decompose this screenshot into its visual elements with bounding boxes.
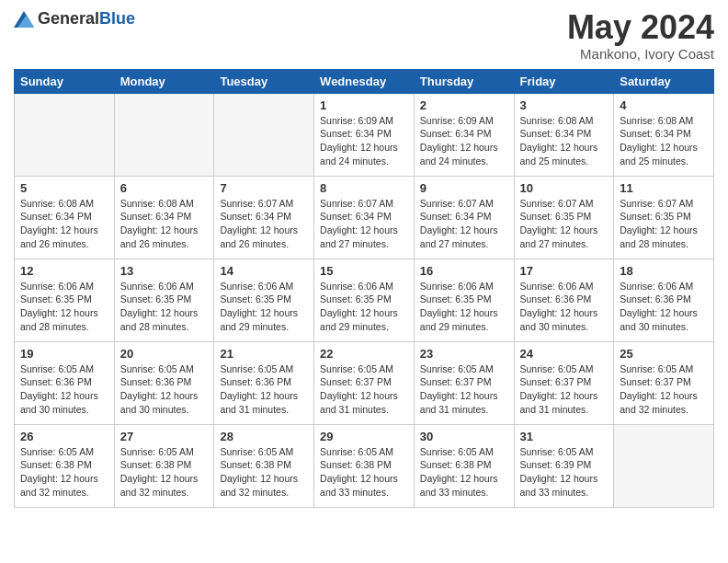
day-number: 19	[20, 347, 108, 361]
day-info: Sunrise: 6:05 AMSunset: 6:36 PMDaylight:…	[220, 363, 298, 415]
calendar-cell: 28 Sunrise: 6:05 AMSunset: 6:38 PMDaylig…	[214, 424, 314, 507]
day-number: 6	[120, 181, 209, 195]
calendar-cell	[114, 93, 214, 176]
day-info: Sunrise: 6:07 AMSunset: 6:34 PMDaylight:…	[320, 198, 398, 249]
col-wednesday: Wednesday	[314, 69, 415, 93]
calendar-cell: 8 Sunrise: 6:07 AMSunset: 6:34 PMDayligh…	[314, 176, 415, 259]
day-number: 5	[20, 181, 108, 195]
day-number: 28	[220, 430, 308, 443]
calendar-cell: 13 Sunrise: 6:06 AMSunset: 6:35 PMDaylig…	[114, 259, 214, 341]
calendar-cell: 15 Sunrise: 6:06 AMSunset: 6:35 PMDaylig…	[314, 259, 415, 341]
calendar-cell	[214, 93, 314, 176]
day-number: 31	[520, 430, 609, 443]
day-info: Sunrise: 6:09 AMSunset: 6:34 PMDaylight:…	[420, 115, 498, 167]
day-info: Sunrise: 6:07 AMSunset: 6:34 PMDaylight:…	[420, 198, 498, 249]
day-number: 16	[420, 264, 508, 278]
day-info: Sunrise: 6:08 AMSunset: 6:34 PMDaylight:…	[520, 115, 598, 167]
day-info: Sunrise: 6:06 AMSunset: 6:35 PMDaylight:…	[120, 281, 199, 332]
logo: GeneralBlue	[14, 9, 135, 29]
day-number: 2	[420, 98, 508, 112]
day-info: Sunrise: 6:07 AMSunset: 6:35 PMDaylight:…	[520, 198, 598, 249]
calendar-cell: 3 Sunrise: 6:08 AMSunset: 6:34 PMDayligh…	[514, 93, 614, 176]
day-info: Sunrise: 6:05 AMSunset: 6:38 PMDaylight:…	[120, 446, 199, 498]
day-number: 22	[320, 347, 408, 361]
day-info: Sunrise: 6:06 AMSunset: 6:36 PMDaylight:…	[520, 281, 598, 332]
day-info: Sunrise: 6:08 AMSunset: 6:34 PMDaylight:…	[620, 115, 698, 167]
calendar-cell: 16 Sunrise: 6:06 AMSunset: 6:35 PMDaylig…	[414, 259, 514, 341]
day-info: Sunrise: 6:05 AMSunset: 6:38 PMDaylight:…	[220, 446, 298, 498]
day-info: Sunrise: 6:08 AMSunset: 6:34 PMDaylight:…	[120, 198, 199, 249]
week-row-3: 19 Sunrise: 6:05 AMSunset: 6:36 PMDaylig…	[15, 341, 714, 424]
day-number: 30	[420, 430, 508, 443]
calendar-cell: 23 Sunrise: 6:05 AMSunset: 6:37 PMDaylig…	[414, 341, 514, 424]
week-row-2: 12 Sunrise: 6:06 AMSunset: 6:35 PMDaylig…	[15, 259, 714, 341]
day-number: 10	[520, 181, 609, 195]
subtitle: Mankono, Ivory Coast	[567, 46, 714, 62]
calendar-cell: 27 Sunrise: 6:05 AMSunset: 6:38 PMDaylig…	[114, 424, 214, 507]
day-info: Sunrise: 6:07 AMSunset: 6:35 PMDaylight:…	[620, 198, 698, 249]
day-number: 21	[220, 347, 308, 361]
calendar-cell: 4 Sunrise: 6:08 AMSunset: 6:34 PMDayligh…	[614, 93, 714, 176]
day-number: 3	[520, 98, 609, 112]
day-number: 4	[620, 98, 708, 112]
day-info: Sunrise: 6:05 AMSunset: 6:38 PMDaylight:…	[320, 446, 398, 498]
page-header: GeneralBlue May 2024 Mankono, Ivory Coas…	[14, 9, 714, 62]
calendar-cell: 11 Sunrise: 6:07 AMSunset: 6:35 PMDaylig…	[614, 176, 714, 259]
header-row: Sunday Monday Tuesday Wednesday Thursday…	[15, 69, 714, 93]
day-number: 23	[420, 347, 508, 361]
day-number: 13	[120, 264, 209, 278]
calendar-cell: 9 Sunrise: 6:07 AMSunset: 6:34 PMDayligh…	[414, 176, 514, 259]
day-info: Sunrise: 6:05 AMSunset: 6:37 PMDaylight:…	[620, 363, 698, 415]
day-info: Sunrise: 6:06 AMSunset: 6:36 PMDaylight:…	[620, 281, 698, 332]
calendar-table: Sunday Monday Tuesday Wednesday Thursday…	[14, 69, 714, 508]
calendar-cell: 25 Sunrise: 6:05 AMSunset: 6:37 PMDaylig…	[614, 341, 714, 424]
calendar-cell: 2 Sunrise: 6:09 AMSunset: 6:34 PMDayligh…	[414, 93, 514, 176]
title-block: May 2024 Mankono, Ivory Coast	[567, 9, 714, 62]
day-number: 25	[620, 347, 708, 361]
day-info: Sunrise: 6:07 AMSunset: 6:34 PMDaylight:…	[220, 198, 298, 249]
day-info: Sunrise: 6:08 AMSunset: 6:34 PMDaylight:…	[20, 198, 98, 249]
calendar-cell: 10 Sunrise: 6:07 AMSunset: 6:35 PMDaylig…	[514, 176, 614, 259]
day-info: Sunrise: 6:05 AMSunset: 6:38 PMDaylight:…	[420, 446, 498, 498]
day-number: 8	[320, 181, 408, 195]
calendar-cell: 12 Sunrise: 6:06 AMSunset: 6:35 PMDaylig…	[15, 259, 115, 341]
day-number: 17	[520, 264, 609, 278]
day-info: Sunrise: 6:05 AMSunset: 6:37 PMDaylight:…	[420, 363, 498, 415]
calendar-cell: 19 Sunrise: 6:05 AMSunset: 6:36 PMDaylig…	[15, 341, 115, 424]
calendar-cell: 18 Sunrise: 6:06 AMSunset: 6:36 PMDaylig…	[614, 259, 714, 341]
col-friday: Friday	[514, 69, 614, 93]
day-number: 15	[320, 264, 408, 278]
calendar-cell: 14 Sunrise: 6:06 AMSunset: 6:35 PMDaylig…	[214, 259, 314, 341]
day-number: 24	[520, 347, 609, 361]
logo-text: GeneralBlue	[38, 9, 135, 29]
calendar-cell: 1 Sunrise: 6:09 AMSunset: 6:34 PMDayligh…	[314, 93, 415, 176]
calendar-cell: 6 Sunrise: 6:08 AMSunset: 6:34 PMDayligh…	[114, 176, 214, 259]
day-info: Sunrise: 6:05 AMSunset: 6:36 PMDaylight:…	[20, 363, 98, 415]
calendar-cell: 5 Sunrise: 6:08 AMSunset: 6:34 PMDayligh…	[15, 176, 115, 259]
day-info: Sunrise: 6:05 AMSunset: 6:39 PMDaylight:…	[520, 446, 598, 498]
week-row-4: 26 Sunrise: 6:05 AMSunset: 6:38 PMDaylig…	[15, 424, 714, 507]
day-number: 20	[120, 347, 209, 361]
day-info: Sunrise: 6:05 AMSunset: 6:38 PMDaylight:…	[20, 446, 98, 498]
day-number: 27	[120, 430, 209, 443]
calendar-cell: 29 Sunrise: 6:05 AMSunset: 6:38 PMDaylig…	[314, 424, 415, 507]
day-number: 12	[20, 264, 108, 278]
day-number: 14	[220, 264, 308, 278]
week-row-0: 1 Sunrise: 6:09 AMSunset: 6:34 PMDayligh…	[15, 93, 714, 176]
day-info: Sunrise: 6:05 AMSunset: 6:36 PMDaylight:…	[120, 363, 199, 415]
day-info: Sunrise: 6:06 AMSunset: 6:35 PMDaylight:…	[220, 281, 298, 332]
calendar-cell: 7 Sunrise: 6:07 AMSunset: 6:34 PMDayligh…	[214, 176, 314, 259]
calendar-cell: 30 Sunrise: 6:05 AMSunset: 6:38 PMDaylig…	[414, 424, 514, 507]
day-number: 9	[420, 181, 508, 195]
day-number: 26	[20, 430, 108, 443]
calendar-cell: 22 Sunrise: 6:05 AMSunset: 6:37 PMDaylig…	[314, 341, 415, 424]
col-thursday: Thursday	[414, 69, 514, 93]
calendar-cell: 20 Sunrise: 6:05 AMSunset: 6:36 PMDaylig…	[114, 341, 214, 424]
calendar-cell: 24 Sunrise: 6:05 AMSunset: 6:37 PMDaylig…	[514, 341, 614, 424]
day-info: Sunrise: 6:06 AMSunset: 6:35 PMDaylight:…	[320, 281, 398, 332]
calendar-cell: 21 Sunrise: 6:05 AMSunset: 6:36 PMDaylig…	[214, 341, 314, 424]
col-sunday: Sunday	[15, 69, 115, 93]
calendar-cell	[614, 424, 714, 507]
logo-icon	[14, 11, 34, 28]
calendar-cell	[15, 93, 115, 176]
